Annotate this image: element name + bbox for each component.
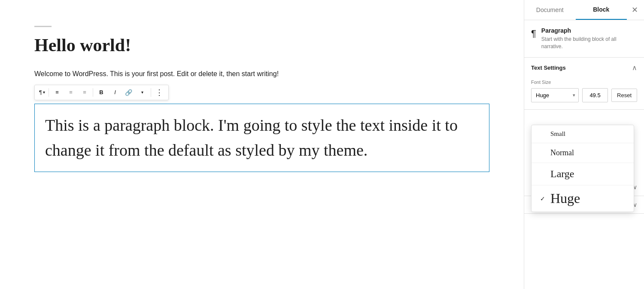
block-info: ¶ Paragraph Start with the building bloc… [524, 20, 644, 58]
dropdown-item-huge-label: Huge [550, 191, 580, 206]
font-size-label: Font Size [531, 80, 637, 85]
dropdown-item-small[interactable]: Small [532, 125, 634, 143]
text-settings-content: Font Size Small Normal Large Huge ▾ Rese… [524, 78, 644, 109]
paragraph-icon: ¶ [39, 89, 42, 95]
toolbar-divider-2 [93, 88, 93, 97]
dropdown-item-huge[interactable]: ✓ Huge [532, 185, 634, 212]
editor-area: Hello world! Welcome to WordPress. This … [0, 0, 524, 289]
dropdown-item-normal[interactable]: Normal [532, 143, 634, 163]
post-excerpt[interactable]: Welcome to WordPress. This is your first… [34, 68, 489, 80]
toolbar-divider-1 [49, 88, 49, 97]
post-title[interactable]: Hello world! [34, 35, 489, 55]
font-size-input[interactable] [582, 88, 608, 102]
reset-button[interactable]: Reset [611, 89, 637, 102]
align-right-button[interactable]: ≡ [78, 86, 91, 99]
link-icon: 🔗 [125, 89, 132, 96]
align-center-button[interactable]: ≡ [64, 86, 77, 99]
dropdown-arrow: ▾ [43, 90, 45, 95]
more-options-button[interactable]: ⋮ [153, 86, 166, 99]
tab-block[interactable]: Block [576, 0, 627, 20]
block-toolbar: ¶ ▾ ≡ ≡ ≡ B I 🔗 ▾ ⋮ [34, 85, 169, 100]
block-type-icon: ¶ [531, 28, 536, 39]
font-size-controls: Small Normal Large Huge ▾ Reset [531, 88, 637, 102]
link-options-button[interactable]: ▾ [136, 86, 149, 99]
title-divider [34, 26, 52, 27]
link-button[interactable]: 🔗 [122, 86, 135, 99]
dropdown-item-small-label: Small [550, 130, 565, 138]
text-settings-chevron: ∧ [632, 64, 637, 72]
align-left-button[interactable]: ≡ [51, 86, 64, 99]
dropdown-item-normal-label: Normal [550, 148, 574, 157]
italic-button[interactable]: I [109, 86, 122, 99]
block-description: Start with the building block of all nar… [541, 36, 637, 50]
sidebar: Document Block ✕ ¶ Paragraph Start with … [524, 0, 644, 289]
font-size-dropdown: Small Normal Large ✓ Huge [531, 125, 634, 212]
dropdown-item-large[interactable]: Large [532, 163, 634, 185]
dropdown-item-large-label: Large [550, 168, 574, 180]
tab-document[interactable]: Document [524, 0, 576, 19]
text-settings-title: Text Settings [531, 65, 566, 71]
toolbar-divider-3 [151, 88, 151, 97]
font-size-select-wrapper: Small Normal Large Huge ▾ [531, 88, 579, 102]
paragraph-block-text[interactable]: This is a paragraph block. I'm going to … [45, 113, 479, 163]
text-settings-section: Text Settings ∧ Font Size Small Normal L… [524, 58, 644, 110]
dropdown-check-huge: ✓ [540, 195, 547, 202]
text-settings-header[interactable]: Text Settings ∧ [524, 58, 644, 78]
block-info-text: Paragraph Start with the building block … [541, 27, 637, 50]
bold-button[interactable]: B [95, 86, 108, 99]
paragraph-type-button[interactable]: ¶ ▾ [37, 86, 47, 99]
block-title: Paragraph [541, 27, 637, 34]
sidebar-tabs: Document Block ✕ [524, 0, 644, 20]
close-sidebar-button[interactable]: ✕ [627, 2, 642, 18]
paragraph-block[interactable]: This is a paragraph block. I'm going to … [34, 104, 489, 172]
font-size-select[interactable]: Small Normal Large Huge [531, 88, 579, 102]
